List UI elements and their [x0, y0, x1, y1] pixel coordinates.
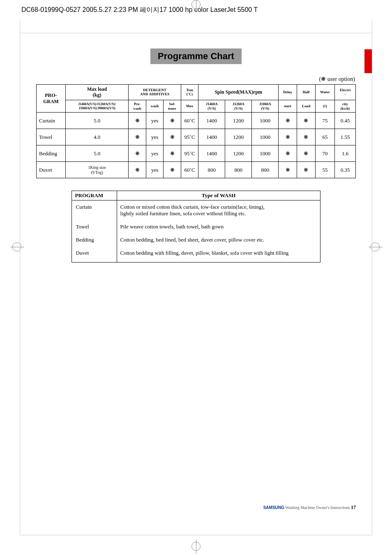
cell-softener: ❋ [164, 162, 181, 178]
cell-delay: ❋ [279, 129, 297, 145]
cell-program: Bedding [37, 145, 66, 162]
cell-prewash: ❋ [129, 145, 146, 162]
cell-wash: yes [146, 145, 164, 162]
cell-maxload: 5.0 [65, 145, 128, 162]
cell-program: Towel [37, 129, 66, 145]
cell-spin_a: 1400 [198, 129, 225, 145]
cell-temp: 60˚C [181, 162, 198, 178]
cell-prewash: ❋ [129, 113, 146, 129]
cell-delay: ❋ [279, 145, 297, 162]
th-maxload: Max load (kg) [65, 85, 128, 100]
cell-softener: ❋ [164, 145, 181, 162]
cell-maxload: 5.0 [65, 113, 128, 129]
wash-th-type: Type of WASH [117, 191, 321, 200]
cell-prewash: ❋ [129, 129, 146, 145]
cell-spin_b: 1200 [225, 113, 252, 129]
cell-temp: 95˚C [181, 129, 198, 145]
cell-half: ❋ [297, 113, 316, 129]
cell-wash: yes [146, 162, 164, 178]
th-maxload-sub: J1460A(V/S)/J1260A(V/S)/ J1060A(V/S)/J80… [65, 100, 128, 113]
cell-half: ❋ [297, 145, 316, 162]
cell-delay: ❋ [279, 162, 297, 178]
table-row: Bedding5.0❋yes❋95˚C140012001000❋❋701.6 [37, 145, 356, 162]
cell-water: 65 [315, 129, 334, 145]
cell-spin_a: 1400 [198, 113, 225, 129]
crop-mark-top [191, 0, 201, 9]
cell-softener: ❋ [164, 129, 181, 145]
cell-elec: 1.55 [335, 129, 356, 145]
section-title: Programme Chart [36, 48, 356, 64]
cell-spin_b: 1200 [225, 129, 252, 145]
footer-brand: SAMSUNG [263, 505, 284, 510]
th-temp-sub: Max [181, 100, 198, 113]
th-temp: Tem (˚C) [181, 85, 198, 100]
th-water: Water [315, 85, 334, 100]
th-water-sub: (ℓ) [315, 100, 334, 113]
wash-program: Curtain [71, 200, 117, 221]
th-program: PRO- GRAM [37, 85, 66, 113]
cell-half: ❋ [297, 162, 316, 178]
crop-mark-bottom [191, 542, 201, 551]
cell-spin_c: 800 [252, 162, 279, 178]
table-row: CurtainCotton or mixed cotton thick curt… [71, 200, 321, 221]
footer-text: Washing Machine Owner's Instructions [284, 505, 351, 510]
th-delay: Delay [279, 85, 297, 100]
wash-desc: Pile weave cotton towels, bath towel, ba… [117, 220, 321, 233]
wash-desc: Cotton bedding, bed lined, bed sheet, du… [117, 233, 321, 246]
th-spin: Spin Speed(MAX)rpm [198, 85, 279, 100]
cell-spin_c: 1000 [252, 145, 279, 162]
table-row: Duvet1King size (9 Tog)❋yes❋60˚C80080080… [37, 162, 356, 178]
cell-water: 70 [315, 145, 334, 162]
cell-temp: 95˚C [181, 145, 198, 162]
cell-elec: 0.35 [335, 162, 356, 178]
section-title-text: Programme Chart [150, 48, 242, 64]
wash-type-table: PROGRAM Type of WASH CurtainCotton or mi… [71, 191, 321, 263]
cell-spin_c: 1000 [252, 113, 279, 129]
th-spin-c: J1060A (V/S) [252, 100, 279, 113]
wash-program: Towel [71, 220, 117, 233]
cell-maxload: 4.0 [65, 129, 128, 145]
programme-table: PRO- GRAM Max load (kg) DETERGENT AND AD… [36, 84, 356, 178]
table-row: BeddingCotton bedding, bed lined, bed sh… [71, 233, 321, 246]
footer-page: 17 [351, 504, 356, 510]
cell-water: 75 [315, 113, 334, 129]
page-content: Programme Chart (❋ user option) PRO- GRA… [20, 32, 372, 263]
th-delay-sub: start [279, 100, 297, 113]
th-wash: wash [146, 100, 164, 113]
cell-softener: ❋ [164, 113, 181, 129]
wash-desc: Cotton or mixed cotton thick curtain, to… [117, 200, 321, 221]
th-softener: Sof- tener [164, 100, 181, 113]
wash-desc: Cotton bedding with filling, duvet, pill… [117, 246, 321, 263]
cell-wash: yes [146, 129, 164, 145]
cell-half: ❋ [297, 129, 316, 145]
cell-spin_c: 1000 [252, 129, 279, 145]
cell-spin_a: 800 [198, 162, 225, 178]
th-detergent: DETERGENT AND ADDITIVES [129, 85, 181, 100]
th-half-sub: Load [297, 100, 316, 113]
th-elec-sub: city (kwh) [335, 100, 356, 113]
cell-water: 55 [315, 162, 334, 178]
cell-program: Duvet [37, 162, 66, 178]
cell-temp: 60˚C [181, 113, 198, 129]
table-row: DuvetCotton bedding with filling, duvet,… [71, 246, 321, 263]
print-header: DC68-01999Q-0527 2005.5.27 2:23 PM 페이지17… [21, 6, 258, 14]
cell-spin_a: 1400 [198, 145, 225, 162]
th-spin-b: J1260A (V/S) [225, 100, 252, 113]
th-spin-a: J1460A (V/S) [198, 100, 225, 113]
cell-spin_b: 1200 [225, 145, 252, 162]
cell-delay: ❋ [279, 113, 297, 129]
table-row: Curtain5.0❋yes❋60˚C140012001000❋❋750.45 [37, 113, 356, 129]
th-elec: Electri - [335, 85, 356, 100]
cell-elec: 1.6 [335, 145, 356, 162]
page-footer: SAMSUNG Washing Machine Owner's Instruct… [263, 504, 356, 511]
wash-th-program: PROGRAM [71, 191, 117, 200]
table-row: TowelPile weave cotton towels, bath towe… [71, 220, 321, 233]
th-prewash: Pre- wash [129, 100, 146, 113]
cell-program: Curtain [37, 113, 66, 129]
cell-prewash: ❋ [129, 162, 146, 178]
th-half: Half [297, 85, 316, 100]
table-row: Towel4.0❋yes❋95˚C140012001000❋❋651.55 [37, 129, 356, 145]
cell-spin_b: 800 [225, 162, 252, 178]
wash-program: Duvet [71, 246, 117, 263]
cell-elec: 0.45 [335, 113, 356, 129]
